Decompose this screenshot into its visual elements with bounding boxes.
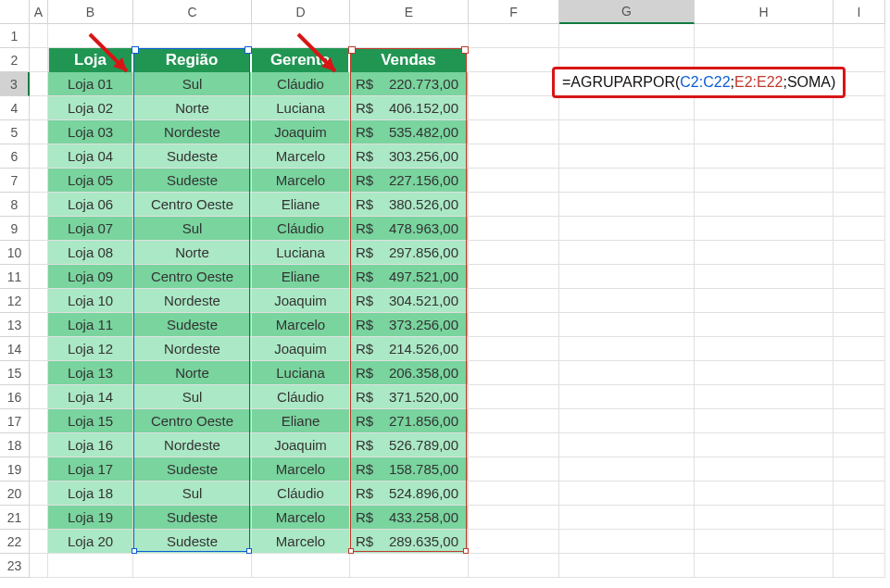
- cell-F19[interactable]: [469, 457, 559, 482]
- cell-regiao[interactable]: Norte: [133, 241, 252, 265]
- cell-C1[interactable]: [133, 24, 252, 48]
- row-header-13[interactable]: 13: [0, 313, 30, 337]
- cell-vendas[interactable]: R$297.856,00: [350, 241, 469, 265]
- cell-H6[interactable]: [695, 144, 834, 169]
- cell-H10[interactable]: [695, 241, 834, 265]
- cell-G19[interactable]: [559, 457, 695, 482]
- cell-vendas[interactable]: R$478.963,00: [350, 217, 469, 241]
- cell-A19[interactable]: [30, 457, 48, 482]
- cell-I20[interactable]: [834, 482, 885, 506]
- column-header-C[interactable]: C: [133, 0, 252, 24]
- column-header-F[interactable]: F: [469, 0, 559, 24]
- cell-loja[interactable]: Loja 03: [48, 120, 133, 144]
- cell-A23[interactable]: [30, 554, 48, 578]
- cell-loja[interactable]: Loja 20: [48, 530, 133, 554]
- cell-regiao[interactable]: Sudeste: [133, 506, 252, 530]
- row-header-3[interactable]: 3: [0, 72, 30, 96]
- cell-H4[interactable]: [695, 96, 834, 120]
- cell-vendas[interactable]: R$214.526,00: [350, 337, 469, 361]
- row-header-22[interactable]: 22: [0, 530, 30, 554]
- cell-gerente[interactable]: Marcelo: [252, 457, 350, 482]
- cell-G16[interactable]: [559, 385, 695, 409]
- cell-F11[interactable]: [469, 265, 559, 289]
- cell-gerente[interactable]: Luciana: [252, 241, 350, 265]
- cell-G21[interactable]: [559, 506, 695, 530]
- cell-C23[interactable]: [133, 554, 252, 578]
- cell-A22[interactable]: [30, 530, 48, 554]
- column-header-G[interactable]: G: [559, 0, 695, 24]
- cell-regiao[interactable]: Nordeste: [133, 289, 252, 313]
- cell-G4[interactable]: [559, 96, 695, 120]
- cell-G13[interactable]: [559, 313, 695, 337]
- cell-G1[interactable]: [559, 24, 695, 48]
- cell-vendas[interactable]: R$373.256,00: [350, 313, 469, 337]
- cell-E1[interactable]: [350, 24, 469, 48]
- cell-G22[interactable]: [559, 530, 695, 554]
- cell-F14[interactable]: [469, 337, 559, 361]
- column-header-I[interactable]: I: [834, 0, 885, 24]
- cell-F7[interactable]: [469, 169, 559, 193]
- cell-vendas[interactable]: R$406.152,00: [350, 96, 469, 120]
- column-header-D[interactable]: D: [252, 0, 350, 24]
- cell-G14[interactable]: [559, 337, 695, 361]
- cell-I13[interactable]: [834, 313, 885, 337]
- cell-vendas[interactable]: R$206.358,00: [350, 361, 469, 385]
- cell-A1[interactable]: [30, 24, 48, 48]
- cell-A3[interactable]: [30, 72, 48, 96]
- cell-gerente[interactable]: Cláudio: [252, 482, 350, 506]
- cell-I5[interactable]: [834, 120, 885, 144]
- row-header-20[interactable]: 20: [0, 482, 30, 506]
- cell-D23[interactable]: [252, 554, 350, 578]
- cell-H17[interactable]: [695, 409, 834, 433]
- cell-H19[interactable]: [695, 457, 834, 482]
- row-header-23[interactable]: 23: [0, 554, 30, 578]
- cell-loja[interactable]: Loja 05: [48, 169, 133, 193]
- cell-A20[interactable]: [30, 482, 48, 506]
- column-header-E[interactable]: E: [350, 0, 469, 24]
- row-header-8[interactable]: 8: [0, 193, 30, 217]
- cell-vendas[interactable]: R$524.896,00: [350, 482, 469, 506]
- cell-regiao[interactable]: Sudeste: [133, 169, 252, 193]
- cell-loja[interactable]: Loja 11: [48, 313, 133, 337]
- cell-loja[interactable]: Loja 08: [48, 241, 133, 265]
- cell-F17[interactable]: [469, 409, 559, 433]
- row-header-1[interactable]: 1: [0, 24, 30, 48]
- cell-F10[interactable]: [469, 241, 559, 265]
- cell-loja[interactable]: Loja 18: [48, 482, 133, 506]
- cell-G11[interactable]: [559, 265, 695, 289]
- cell-loja[interactable]: Loja 13: [48, 361, 133, 385]
- cell-I8[interactable]: [834, 193, 885, 217]
- cell-loja[interactable]: Loja 09: [48, 265, 133, 289]
- cell-vendas[interactable]: R$227.156,00: [350, 169, 469, 193]
- cell-G15[interactable]: [559, 361, 695, 385]
- cell-F20[interactable]: [469, 482, 559, 506]
- cell-G7[interactable]: [559, 169, 695, 193]
- cell-gerente[interactable]: Joaquim: [252, 289, 350, 313]
- cell-G9[interactable]: [559, 217, 695, 241]
- cell-E23[interactable]: [350, 554, 469, 578]
- cell-G17[interactable]: [559, 409, 695, 433]
- cell-D1[interactable]: [252, 24, 350, 48]
- cell-vendas[interactable]: R$535.482,00: [350, 120, 469, 144]
- cell-gerente[interactable]: Marcelo: [252, 169, 350, 193]
- cell-F22[interactable]: [469, 530, 559, 554]
- cell-loja[interactable]: Loja 17: [48, 457, 133, 482]
- column-header-A[interactable]: A: [30, 0, 48, 24]
- cell-loja[interactable]: Loja 14: [48, 385, 133, 409]
- cell-vendas[interactable]: R$380.526,00: [350, 193, 469, 217]
- cell-gerente[interactable]: Eliane: [252, 409, 350, 433]
- cell-gerente[interactable]: Joaquim: [252, 337, 350, 361]
- row-header-11[interactable]: 11: [0, 265, 30, 289]
- cell-A21[interactable]: [30, 506, 48, 530]
- cell-gerente[interactable]: Marcelo: [252, 530, 350, 554]
- cell-F5[interactable]: [469, 120, 559, 144]
- cell-gerente[interactable]: Joaquim: [252, 120, 350, 144]
- cell-H18[interactable]: [695, 433, 834, 457]
- cell-I7[interactable]: [834, 169, 885, 193]
- cell-regiao[interactable]: Sul: [133, 385, 252, 409]
- cell-A5[interactable]: [30, 120, 48, 144]
- cell-H5[interactable]: [695, 120, 834, 144]
- cell-regiao[interactable]: Centro Oeste: [133, 409, 252, 433]
- cell-regiao[interactable]: Sul: [133, 217, 252, 241]
- cell-B23[interactable]: [48, 554, 133, 578]
